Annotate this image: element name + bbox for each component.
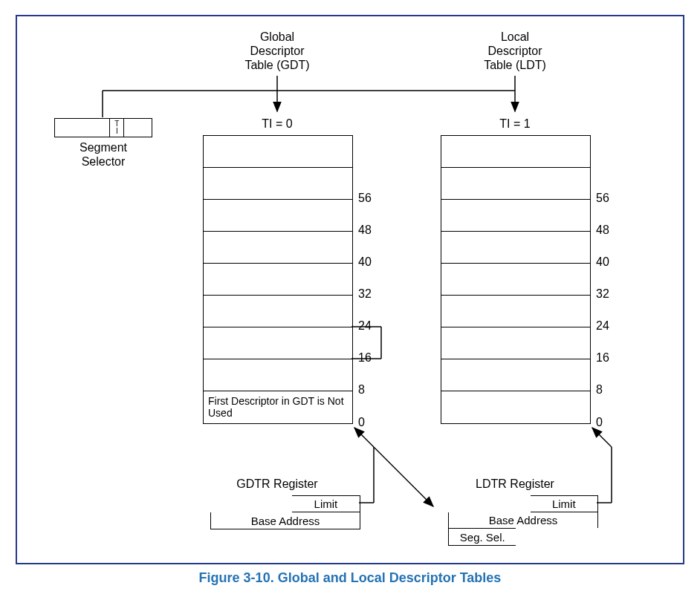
table-row: 24 <box>441 296 590 327</box>
table-row: 16 <box>204 327 352 359</box>
ldt-ti-label: TI = 1 <box>441 117 589 131</box>
segment-selector-ti-bit: T I <box>110 119 124 137</box>
table-row: 48 <box>441 200 590 232</box>
gdt-title: Global Descriptor Table (GDT) <box>203 30 351 73</box>
offset-number: 0 <box>358 416 365 429</box>
svg-line-11 <box>374 447 433 506</box>
svg-line-14 <box>592 428 612 447</box>
ldtr-register: Limit Base Address Seg. Sel. <box>448 495 598 546</box>
figure-container: Global Descriptor Table (GDT) Local Desc… <box>16 15 684 586</box>
offset-number: 16 <box>358 351 372 365</box>
ldtr-segsel: Seg. Sel. <box>449 529 516 545</box>
text: Table (LDT) <box>484 59 546 71</box>
offset-number: 24 <box>358 319 372 333</box>
table-row: 24 <box>204 296 352 327</box>
table-row <box>441 136 590 168</box>
gdtr-title: GDTR Register <box>203 477 351 491</box>
ldtr-base: Base Address <box>449 512 597 528</box>
offset-number: 40 <box>358 255 372 269</box>
table-row: 16 <box>441 327 590 359</box>
offset-number: 32 <box>596 287 609 301</box>
table-row: First Descriptor in GDT is Not Used 0 <box>204 391 352 423</box>
ldtr-limit: Limit <box>531 496 597 512</box>
ldtr-title: LDTR Register <box>441 477 589 491</box>
table-row: 56 <box>204 168 352 200</box>
table-row: 48 <box>204 200 352 232</box>
table-row: 56 <box>441 168 590 200</box>
gdt-first-descriptor-note: First Descriptor in GDT is Not Used <box>208 396 352 419</box>
table-row: 8 <box>441 359 590 391</box>
table-row: 32 <box>204 264 352 296</box>
table-row <box>204 136 352 168</box>
table-row: 0 <box>441 391 590 423</box>
offset-number: 16 <box>596 351 609 365</box>
segment-selector-rpl-bits <box>124 119 152 137</box>
gdt-ti-label: TI = 0 <box>203 117 351 131</box>
table-row: 40 <box>204 232 352 264</box>
figure-caption: Figure 3-10. Global and Local Descriptor… <box>16 570 684 586</box>
diagram-border: Global Descriptor Table (GDT) Local Desc… <box>16 15 684 564</box>
gdt-table: 56 48 40 32 24 16 8 First Descriptor in … <box>203 135 353 424</box>
ldt-title: Local Descriptor Table (LDT) <box>441 30 589 73</box>
svg-line-10 <box>354 428 374 447</box>
text: Local <box>501 30 529 43</box>
offset-number: 0 <box>596 416 603 429</box>
table-row: 32 <box>441 264 590 296</box>
text: Global <box>260 30 294 43</box>
text: I <box>116 128 118 135</box>
offset-number: 8 <box>596 383 603 397</box>
text: Descriptor <box>488 45 542 57</box>
offset-number: 8 <box>358 383 365 397</box>
text: Table (GDT) <box>244 59 309 71</box>
offset-number: 32 <box>358 287 372 301</box>
table-row: 8 <box>204 359 352 391</box>
offset-number: 56 <box>596 192 609 205</box>
text: Descriptor <box>250 45 305 57</box>
offset-number: 40 <box>596 255 609 269</box>
segment-selector-box: T I <box>54 118 152 137</box>
gdtr-base: Base Address <box>211 512 360 529</box>
ldt-table: 56 48 40 32 24 16 8 0 <box>441 135 591 424</box>
segment-selector-upper-bits <box>55 119 110 137</box>
segment-selector-label: Segment Selector <box>54 140 152 169</box>
offset-number: 48 <box>596 224 609 237</box>
offset-number: 24 <box>596 319 609 333</box>
table-row: 40 <box>441 232 590 264</box>
text: Segment <box>80 141 127 154</box>
gdtr-register: Limit Base Address <box>210 495 360 529</box>
segment-selector-group: T I Segment Selector <box>54 118 152 169</box>
offset-number: 48 <box>358 224 372 237</box>
text: Selector <box>82 155 126 168</box>
gdtr-limit: Limit <box>292 496 360 512</box>
offset-number: 56 <box>358 192 372 205</box>
